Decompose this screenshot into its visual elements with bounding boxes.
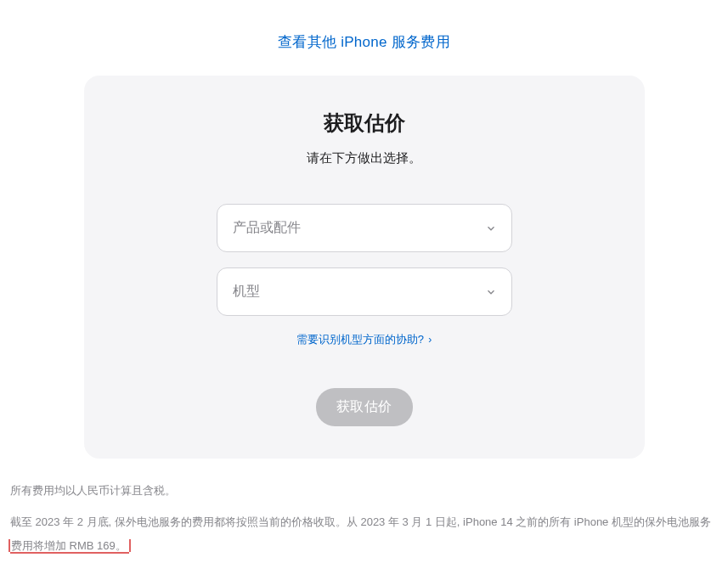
help-link-container: 需要识别机型方面的协助? › [101, 331, 628, 347]
footer-line-2-part1: 截至 2023 年 2 月底, 保外电池服务的费用都将按照当前的价格收取。从 2… [10, 515, 711, 528]
product-select-wrapper: 产品或配件 [217, 204, 512, 252]
card-subtitle: 请在下方做出选择。 [101, 150, 628, 166]
product-select-label: 产品或配件 [233, 219, 301, 237]
chevron-right-icon: › [426, 334, 432, 346]
view-other-fees-link[interactable]: 查看其他 iPhone 服务费用 [278, 34, 450, 50]
footer-line-1: 所有费用均以人民币计算且含税。 [10, 479, 718, 502]
footer-text: 所有费用均以人民币计算且含税。 截至 2023 年 2 月底, 保外电池服务的费… [10, 479, 718, 557]
footer-highlight: 费用将增加 RMB 169。 [10, 539, 129, 552]
footer-line-2: 截至 2023 年 2 月底, 保外电池服务的费用都将按照当前的价格收取。从 2… [10, 510, 718, 557]
estimate-card: 获取估价 请在下方做出选择。 产品或配件 机型 需要识别机型方面的协助? › 获… [84, 76, 645, 459]
identify-model-help-link[interactable]: 需要识别机型方面的协助? › [296, 333, 432, 346]
model-select[interactable]: 机型 [217, 267, 512, 316]
product-select[interactable]: 产品或配件 [217, 204, 512, 252]
help-link-text: 需要识别机型方面的协助? [296, 333, 424, 346]
get-estimate-button[interactable]: 获取估价 [316, 388, 413, 426]
model-select-label: 机型 [233, 283, 260, 301]
card-title: 获取估价 [101, 110, 628, 137]
model-select-wrapper: 机型 [217, 267, 512, 316]
top-link-container: 查看其他 iPhone 服务费用 [0, 0, 728, 76]
